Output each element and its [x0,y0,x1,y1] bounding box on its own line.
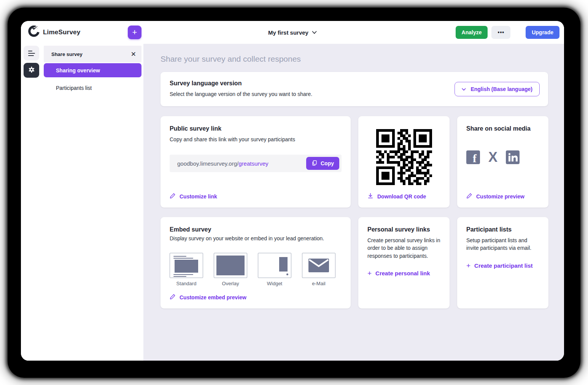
x-twitter-icon[interactable]: X [486,150,500,164]
embed-survey-card: Embed survey Display survey on your webs… [161,217,351,308]
share-survey-panel: Share survey ✕ Sharing overview Particip… [44,46,141,95]
embed-options: Standard Overlay [170,253,342,286]
create-participant-list-action[interactable]: + Create participant list [466,262,539,269]
chevron-down-icon [312,29,317,36]
sidebar-item-sharing-overview[interactable]: Sharing overview [44,63,141,77]
share-survey-panel-header: Share survey ✕ [44,46,141,62]
main-content: Share your survey and collect respones S… [143,44,564,361]
create-personal-link-label: Create personal link [375,270,430,276]
upgrade-button[interactable]: Upgrade [526,26,559,39]
widget-embed-icon [258,253,291,278]
participants-card-title: Participant lists [466,226,539,233]
more-options-button[interactable]: ••• [491,26,510,39]
app-window: LimeSurvey + My first survey Analyze •••… [21,21,564,361]
embed-option-email[interactable]: e-Mail [302,253,335,286]
language-card-description: Select the language version of the surve… [170,90,312,98]
sidebar-icon-column [24,46,39,78]
customize-link-action[interactable]: Customize link [170,193,217,200]
facebook-icon[interactable]: f [466,150,480,164]
create-survey-button[interactable]: + [128,26,141,39]
cards-grid: Public survey link Copy and share this l… [161,116,548,308]
customize-embed-label: Customize embed preview [180,294,246,300]
survey-url-base: goodboy.limesurvey.org/ [177,160,238,167]
survey-url-field: goodboy.limesurvey.org/greatsurvey Copy [170,155,342,172]
limesurvey-logo-icon [27,25,40,40]
analyze-button[interactable]: Analyze [456,26,488,39]
embed-option-label: Overlay [214,281,247,286]
window-body: Share survey ✕ Sharing overview Particip… [21,44,564,361]
panel-title: Share survey [51,51,83,57]
copy-link-button[interactable]: Copy [306,157,339,170]
customize-preview-label: Customize preview [476,193,524,200]
svg-text:X: X [488,150,497,164]
download-qr-label: Download QR code [377,193,426,200]
plus-icon: + [466,262,470,269]
personal-card-description: Create personal survey links in order to… [367,236,440,260]
embed-option-label: e-Mail [302,281,335,286]
embed-option-label: Widget [258,281,291,286]
embed-option-widget[interactable]: Widget [258,253,291,286]
settings-button[interactable] [24,63,39,78]
personal-links-card: Personal survey links Create personal su… [358,217,450,308]
embed-card-title: Embed survey [170,226,342,233]
language-card-text: Survey language version Select the langu… [170,80,312,98]
brand-name: LimeSurvey [43,29,80,36]
social-card-title: Share on social media [466,125,539,132]
menu-toggle-button[interactable] [24,46,39,61]
survey-title: My first survey [268,29,308,36]
chevron-down-icon [462,86,466,92]
screenshot-frame: LimeSurvey + My first survey Analyze •••… [8,8,580,378]
embed-option-standard[interactable]: Standard [170,253,203,286]
survey-url-slug: greatsurvey [238,160,268,167]
participant-lists-card: Participant lists Setup participant list… [457,217,548,308]
embed-option-label: Standard [170,281,203,286]
embed-option-overlay[interactable]: Overlay [214,253,247,286]
language-select[interactable]: English (Base language) [455,82,540,96]
header-left: LimeSurvey + [21,25,143,40]
qr-code-card: Download QR code [358,116,450,208]
public-link-description: Copy and share this link with your surve… [170,136,342,143]
copy-label: Copy [321,160,334,166]
language-version-card: Survey language version Select the langu… [161,72,548,106]
overlay-embed-icon [214,253,247,278]
public-link-title: Public survey link [170,125,342,132]
menu-lines-icon [28,51,35,56]
customize-embed-action[interactable]: Customize embed preview [170,294,246,301]
social-icons: f X [466,150,539,164]
language-select-value: English (Base language) [470,86,532,92]
standard-embed-icon [170,253,203,278]
header-actions: Analyze ••• Upgrade [456,26,564,39]
brand: LimeSurvey [27,25,80,40]
sidebar-item-participants-list[interactable]: Participants list [44,81,141,95]
pencil-icon [466,193,472,200]
email-embed-icon [302,253,335,278]
plus-icon: + [367,270,372,277]
qr-code [376,129,432,185]
personal-card-title: Personal survey links [367,226,440,233]
pencil-icon [170,193,176,200]
survey-title-dropdown[interactable]: My first survey [268,21,317,44]
create-participant-list-label: Create participant list [474,262,532,269]
download-icon [367,193,373,200]
customize-preview-action[interactable]: Customize preview [466,193,524,200]
gear-icon [28,66,35,75]
top-bar: LimeSurvey + My first survey Analyze •••… [21,21,564,44]
public-link-card: Public survey link Copy and share this l… [161,116,351,208]
participants-card-description: Setup participant lists and invite parti… [466,236,539,252]
qr-wrap [367,129,440,185]
sidebar: Share survey ✕ Sharing overview Particip… [21,44,143,361]
survey-url: goodboy.limesurvey.org/greatsurvey [177,160,269,167]
embed-card-description: Display survey on your website or embed … [170,235,342,242]
svg-text:f: f [473,152,477,164]
copy-icon [311,160,318,167]
page-title: Share your survey and collect respones [161,54,548,64]
close-icon[interactable]: ✕ [131,51,136,58]
pencil-icon [170,294,176,301]
download-qr-action[interactable]: Download QR code [367,193,426,200]
social-media-card: Share on social media f X [457,116,548,208]
create-personal-link-action[interactable]: + Create personal link [367,270,440,277]
linkedin-icon[interactable] [506,150,520,164]
customize-link-label: Customize link [180,193,217,200]
language-card-title: Survey language version [170,80,312,87]
